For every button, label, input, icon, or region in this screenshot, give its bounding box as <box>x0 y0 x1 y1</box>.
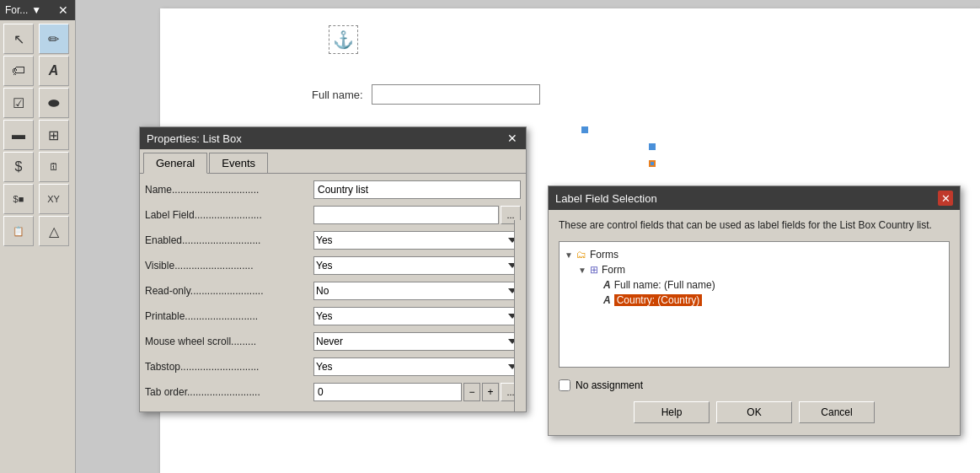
tree-label-form: Form <box>602 264 625 276</box>
country-field-icon: A <box>603 294 611 306</box>
taborder-decrement[interactable]: − <box>463 383 480 401</box>
tree-label-country: Country: (Country) <box>614 294 703 306</box>
date-tool-button[interactable]: 🗓 <box>39 152 69 182</box>
canvas-fullname-row: Full name: <box>312 84 540 105</box>
no-assignment-checkbox[interactable] <box>559 379 570 391</box>
taborder-increment[interactable]: + <box>482 383 499 401</box>
fullname-field-icon: A <box>603 279 611 291</box>
select-tool-button[interactable]: ↖ <box>3 24 34 54</box>
prop-select-visible[interactable]: YesNo <box>313 256 521 275</box>
label-tool-button[interactable]: 🏷 <box>3 56 34 86</box>
tab-events[interactable]: Events <box>209 153 268 173</box>
prop-label-visible: Visible............................ <box>145 260 313 271</box>
properties-tabs: General Events <box>140 149 526 174</box>
checkbox-tool-button[interactable]: ☑ <box>3 88 34 118</box>
sidebar-tools: ↖ ✏ 🏷 A ☑ ⬬ ▬ ⊞ $ 🗓 $■ XY 📋 △ <box>0 20 75 250</box>
prop-value-readonly: NoYes <box>313 282 521 300</box>
properties-scrollbar[interactable] <box>514 220 526 411</box>
label-dialog-body: These are control fields that can be use… <box>549 210 960 435</box>
prop-label-readonly: Read-only.......................... <box>145 285 313 297</box>
prop-select-tabstop[interactable]: YesNo <box>313 357 521 376</box>
tree-item-forms[interactable]: ▼ 🗂 Forms <box>565 247 944 262</box>
prop-value-printable: YesNo <box>313 307 521 325</box>
properties-content: Name............................... Labe… <box>140 174 526 411</box>
prop-row-printable: Printable.......................... YesN… <box>145 305 521 327</box>
forms-folder-icon: 🗂 <box>576 249 586 261</box>
anchor-icon: ⚓ <box>333 30 354 49</box>
tab-general[interactable]: General <box>143 153 207 174</box>
selection-handles <box>514 126 657 169</box>
prop-row-label-field: Label Field........................ ... <box>145 204 521 226</box>
tree-label-fullname: Full name: (Full name) <box>614 279 715 291</box>
prop-select-readonly[interactable]: NoYes <box>313 282 521 300</box>
edit-tool-button[interactable]: ✏ <box>39 24 69 54</box>
handle-top <box>581 126 588 133</box>
sidebar-header: For... ▼ ✕ <box>0 0 75 20</box>
label-dialog-description: These are control fields that can be use… <box>559 218 950 233</box>
tree-label-forms: Forms <box>590 249 619 261</box>
hbar-tool-button[interactable]: ▬ <box>3 120 34 150</box>
prop-select-printable[interactable]: YesNo <box>313 307 521 325</box>
form-icon: ⊞ <box>590 264 598 276</box>
label-dialog: Label Field Selection ✕ These are contro… <box>548 185 961 436</box>
label-field-tree[interactable]: ▼ 🗂 Forms ▼ ⊞ Form A Full name: (Full na… <box>559 241 950 368</box>
help-button[interactable]: Help <box>634 401 710 423</box>
prop-select-enabled[interactable]: YesNo <box>313 231 521 250</box>
prop-label-labelfield: Label Field........................ <box>145 209 313 221</box>
currency-tool-button[interactable]: $ <box>3 152 34 182</box>
expand-forms-icon: ▼ <box>565 250 573 259</box>
cancel-button[interactable]: Cancel <box>799 401 875 423</box>
sidebar: For... ▼ ✕ ↖ ✏ 🏷 A ☑ ⬬ ▬ ⊞ $ 🗓 $■ XY 📋 △ <box>0 0 76 473</box>
expand-form-icon: ▼ <box>578 266 586 274</box>
prop-input-name[interactable] <box>313 180 521 199</box>
handle-right <box>649 143 656 150</box>
tree-item-fullname[interactable]: A Full name: (Full name) <box>565 277 944 293</box>
prop-value-enabled: YesNo <box>313 231 521 250</box>
prop-row-name: Name............................... <box>145 179 521 201</box>
sidebar-close-button[interactable]: ✕ <box>56 3 70 17</box>
label-dialog-title: Label Field Selection <box>555 192 657 205</box>
expand-fullname-icon <box>592 281 600 289</box>
prop-value-visible: YesNo <box>313 256 521 275</box>
expand-country-icon <box>592 296 600 304</box>
currency2-tool-button[interactable]: $■ <box>3 184 34 214</box>
properties-titlebar: Properties: List Box ✕ <box>140 127 526 149</box>
prop-row-readonly: Read-only.......................... NoYe… <box>145 280 521 302</box>
prop-row-visible: Visible............................ YesN… <box>145 255 521 277</box>
prop-value-taborder: − + ... <box>313 383 521 401</box>
prop-label-name: Name............................... <box>145 184 313 196</box>
label-dialog-close-button[interactable]: ✕ <box>938 191 953 206</box>
prop-value-mousewheel: NeverAlways <box>313 332 521 351</box>
fullname-input[interactable] <box>372 84 540 105</box>
tree-item-form[interactable]: ▼ ⊞ Form <box>565 262 944 277</box>
sidebar-title-text: For... <box>5 4 28 16</box>
sidebar-title: For... ▼ <box>5 4 41 16</box>
sidebar-dropdown-icon[interactable]: ▼ <box>31 4 41 16</box>
prop-label-mousewheel: Mouse wheel scroll......... <box>145 336 313 347</box>
list-tool-button[interactable]: 📋 <box>3 216 34 246</box>
handle-bottom-right <box>649 160 656 167</box>
text-tool-button[interactable]: A <box>39 56 69 86</box>
prop-label-enabled: Enabled............................ <box>145 234 313 246</box>
prop-label-tabstop: Tabstop............................ <box>145 361 313 373</box>
prop-label-printable: Printable.......................... <box>145 310 313 322</box>
ok-button[interactable]: OK <box>716 401 792 423</box>
fullname-label: Full name: <box>312 89 363 101</box>
triangle-tool-button[interactable]: △ <box>39 216 69 246</box>
prop-value-name <box>313 180 521 199</box>
ellipse-tool-button[interactable]: ⬬ <box>39 88 69 118</box>
prop-input-taborder[interactable] <box>313 383 462 401</box>
label-dialog-footer: No assignment <box>559 376 950 398</box>
tree-item-country[interactable]: A Country: (Country) <box>565 293 944 308</box>
xy-tool-button[interactable]: XY <box>39 184 69 214</box>
no-assignment-label: No assignment <box>576 379 643 391</box>
no-assignment-row: No assignment <box>559 379 643 391</box>
prop-row-mousewheel: Mouse wheel scroll......... NeverAlways <box>145 331 521 352</box>
prop-input-labelfield[interactable] <box>313 206 499 224</box>
grid-tool-button[interactable]: ⊞ <box>39 120 69 150</box>
prop-select-mousewheel[interactable]: NeverAlways <box>313 332 521 351</box>
canvas-anchor: ⚓ <box>329 25 358 54</box>
label-dialog-buttons: Help OK Cancel <box>559 398 950 427</box>
properties-close-button[interactable]: ✕ <box>506 132 519 145</box>
prop-value-labelfield: ... <box>313 206 521 224</box>
